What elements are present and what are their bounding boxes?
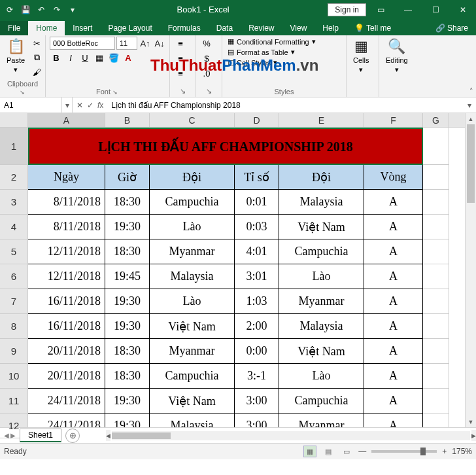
cell[interactable]: Myanmar bbox=[150, 339, 235, 364]
conditional-formatting-button[interactable]: ▦Conditional Formatting ▾ bbox=[226, 37, 317, 46]
row-header[interactable]: 4 bbox=[0, 215, 27, 239]
header-cell[interactable]: Tỉ số bbox=[235, 165, 279, 190]
row-header[interactable]: 8 bbox=[0, 314, 27, 339]
cell[interactable]: A bbox=[364, 239, 423, 264]
save-icon[interactable]: 💾 bbox=[20, 4, 31, 16]
autosave-icon[interactable]: ⟳ bbox=[4, 4, 16, 16]
font-color-icon[interactable]: A bbox=[122, 51, 135, 64]
cell[interactable]: Malaysia bbox=[150, 264, 235, 289]
cell[interactable]: Campuchia bbox=[150, 364, 235, 389]
formula-bar[interactable]: Lịch thi đấu AFF Championship 2018 bbox=[107, 99, 463, 111]
signin-button[interactable]: Sign in bbox=[328, 3, 366, 16]
cell[interactable]: 19:30 bbox=[105, 215, 150, 239]
zoom-in-icon[interactable]: + bbox=[442, 447, 447, 456]
name-box-dropdown-icon[interactable]: ▾ bbox=[62, 97, 73, 113]
cell[interactable]: A bbox=[364, 413, 423, 427]
header-cell[interactable]: Đội bbox=[279, 165, 364, 190]
cell[interactable]: 4:01 bbox=[235, 239, 279, 264]
fill-color-icon[interactable]: 🪣 bbox=[107, 51, 120, 64]
row-header[interactable]: 5 bbox=[0, 239, 27, 264]
font-name-combo[interactable]: 000 BottleRoc bbox=[50, 37, 115, 50]
cell[interactable]: A bbox=[364, 215, 423, 239]
cancel-formula-icon[interactable]: ✕ bbox=[76, 101, 83, 110]
cell[interactable]: 19:30 bbox=[105, 413, 150, 427]
format-as-table-button[interactable]: ▤Format as Table ▾ bbox=[226, 47, 317, 57]
cell[interactable]: Lào bbox=[150, 215, 235, 239]
zoom-slider[interactable] bbox=[371, 450, 437, 453]
cell[interactable]: 24/11/2018 bbox=[28, 389, 105, 413]
col-header[interactable]: G bbox=[423, 113, 449, 127]
dialog-launcher-icon[interactable]: ↘ bbox=[20, 89, 26, 96]
header-cell[interactable]: Giờ bbox=[105, 165, 150, 190]
tab-data[interactable]: Data bbox=[209, 21, 241, 35]
header-cell[interactable]: Vòng bbox=[364, 165, 423, 190]
cell[interactable]: Việt Nam bbox=[150, 314, 235, 339]
cell[interactable] bbox=[423, 389, 449, 413]
cell[interactable]: Malaysia bbox=[279, 190, 364, 215]
copy-icon[interactable]: ⧉ bbox=[30, 51, 43, 64]
cell[interactable]: A bbox=[364, 314, 423, 339]
maximize-icon[interactable]: ☐ bbox=[422, 0, 449, 19]
cell[interactable]: A bbox=[364, 339, 423, 364]
cell[interactable]: 1:03 bbox=[235, 289, 279, 314]
cell[interactable]: Việt Nam bbox=[279, 215, 364, 239]
decimal-icon[interactable]: .0 bbox=[200, 67, 213, 80]
dialog-launcher-icon[interactable]: ↘ bbox=[112, 89, 119, 96]
cell[interactable]: 16/11/2018 bbox=[28, 314, 105, 339]
cell[interactable]: A bbox=[364, 264, 423, 289]
col-header[interactable]: E bbox=[279, 113, 364, 127]
new-sheet-icon[interactable]: ⊕ bbox=[65, 429, 80, 443]
tab-help[interactable]: Help bbox=[314, 21, 347, 35]
border-icon[interactable]: ▦ bbox=[93, 51, 106, 64]
currency-icon[interactable]: $ bbox=[200, 52, 213, 65]
header-cell[interactable]: Đội bbox=[150, 165, 235, 190]
cell[interactable] bbox=[423, 339, 449, 364]
cell[interactable]: Campuchia bbox=[279, 389, 364, 413]
align-right-icon[interactable]: ≡ bbox=[174, 67, 187, 80]
cell[interactable]: 3:01 bbox=[235, 264, 279, 289]
row-header[interactable]: 7 bbox=[0, 289, 27, 314]
sheet-tab[interactable]: Sheet1 bbox=[20, 429, 61, 442]
tab-file[interactable]: File bbox=[0, 21, 28, 35]
cell[interactable]: Myanmar bbox=[150, 239, 235, 264]
dialog-launcher-icon[interactable]: ↘ bbox=[200, 87, 218, 97]
cell[interactable]: 20/11/2018 bbox=[28, 339, 105, 364]
cell[interactable]: 19:30 bbox=[105, 389, 150, 413]
minimize-icon[interactable]: — bbox=[395, 0, 421, 19]
normal-view-icon[interactable]: ▦ bbox=[303, 446, 316, 457]
cell[interactable]: 0:03 bbox=[235, 215, 279, 239]
bold-icon[interactable]: B bbox=[50, 51, 63, 64]
cell[interactable]: A bbox=[364, 289, 423, 314]
cell[interactable]: 12/11/2018 bbox=[28, 264, 105, 289]
col-header[interactable]: D bbox=[235, 113, 279, 127]
paste-button[interactable]: 📋 Paste ▾ bbox=[4, 37, 27, 75]
cell[interactable] bbox=[423, 165, 449, 190]
col-header[interactable]: A bbox=[28, 113, 105, 127]
scrollbar-track[interactable] bbox=[112, 431, 470, 440]
tab-home[interactable]: Home bbox=[28, 21, 65, 35]
shrink-font-icon[interactable]: A↓ bbox=[153, 37, 166, 50]
dialog-launcher-icon[interactable]: ↘ bbox=[174, 87, 192, 97]
fx-icon[interactable]: fx bbox=[97, 101, 103, 110]
cell[interactable]: 18:30 bbox=[105, 239, 150, 264]
italic-icon[interactable]: I bbox=[64, 51, 77, 64]
cell[interactable]: 0:00 bbox=[235, 339, 279, 364]
row-header[interactable]: 3 bbox=[0, 190, 27, 215]
align-left-icon[interactable]: ≡ bbox=[174, 37, 187, 50]
row-header[interactable]: 6 bbox=[0, 264, 27, 289]
page-layout-view-icon[interactable]: ▤ bbox=[322, 446, 335, 457]
cell[interactable]: 20/11/2018 bbox=[28, 364, 105, 389]
horizontal-scrollbar[interactable]: ◀ ▶ bbox=[106, 430, 476, 441]
grow-font-icon[interactable]: A↑ bbox=[139, 37, 152, 50]
row-header[interactable]: 10 bbox=[0, 364, 27, 389]
tab-formulas[interactable]: Formulas bbox=[160, 21, 209, 35]
expand-formula-bar-icon[interactable]: ▾ bbox=[463, 101, 476, 110]
title-cell[interactable]: LỊCH THI ĐẤU AFF CHAMPIONSHIP 2018 bbox=[28, 128, 423, 165]
cell[interactable]: 3:00 bbox=[235, 389, 279, 413]
cell[interactable]: Malaysia bbox=[279, 314, 364, 339]
format-painter-icon[interactable]: 🖌 bbox=[30, 65, 43, 79]
row-header[interactable]: 9 bbox=[0, 339, 27, 364]
row-header[interactable]: 11 bbox=[0, 389, 27, 413]
scroll-down-icon[interactable]: ▼ bbox=[466, 416, 476, 427]
cell-styles-button[interactable]: ◫Cell Styles ▾ bbox=[226, 58, 317, 67]
